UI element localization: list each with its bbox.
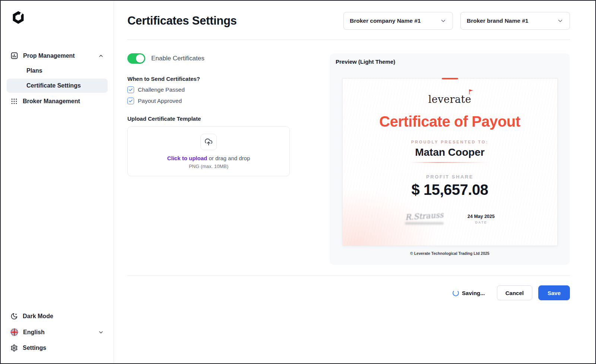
certificate-preview-panel: Preview (Light Theme) leverate Certifica… xyxy=(330,53,570,265)
certificate-date: 24 May 2025 xyxy=(467,212,495,219)
page-title: Certificates Settings xyxy=(127,14,237,28)
certificate-brand-logo: leverate xyxy=(428,94,472,105)
date-label: DATE xyxy=(467,221,495,224)
certificate-copyright: © Leverate Technological Trading Ltd 202… xyxy=(336,251,564,256)
recipient-name: Matan Cooper xyxy=(343,146,557,158)
checkbox-icon xyxy=(127,98,134,104)
signature-subtext xyxy=(405,222,444,225)
page: Prop Management Plans Certificate Settin… xyxy=(0,0,596,364)
sidebar-item-plans[interactable]: Plans xyxy=(7,64,108,78)
logo-icon xyxy=(11,10,25,25)
uk-flag-icon xyxy=(10,328,18,336)
saving-text: Saving... xyxy=(462,290,485,296)
sidebar-item-prop-management[interactable]: Prop Management xyxy=(7,48,108,63)
checkbox-label: Challenge Passed xyxy=(138,86,185,93)
brand-flag-icon xyxy=(469,89,473,95)
broker-company-select-value: Broker company Name #1 xyxy=(350,18,421,24)
certificate-preview-image: leverate Certificate of Payout PROUDLY P… xyxy=(342,78,558,246)
upload-template-label: Upload Certificate Template xyxy=(127,115,290,122)
upload-cloud-icon xyxy=(205,138,213,146)
sidebar-footer: Dark Mode English xyxy=(1,308,114,363)
app-logo[interactable] xyxy=(1,1,114,26)
settings-content: Enable Certificates When to Send Certifi… xyxy=(127,53,570,265)
broker-brand-select-value: Broker brand Name #1 xyxy=(467,18,528,24)
dark-mode-label: Dark Mode xyxy=(23,313,53,320)
moon-icon xyxy=(10,313,18,320)
broker-company-select[interactable]: Broker company Name #1 xyxy=(343,12,453,30)
grid-dots-icon xyxy=(10,98,18,105)
sidebar-nav: Prop Management Plans Certificate Settin… xyxy=(1,48,114,108)
enable-certificates-row: Enable Certificates xyxy=(127,53,290,64)
payout-amount: $ 15,657.08 xyxy=(343,181,557,198)
chevron-down-icon xyxy=(440,18,447,24)
language-selector[interactable]: English xyxy=(7,324,108,340)
upload-instructions: Click to upload or drag and drop xyxy=(167,155,250,161)
checkbox-challenge-passed[interactable]: Challenge Passed xyxy=(127,86,290,93)
upload-dropzone[interactable]: Click to upload or drag and drop PNG (ma… xyxy=(127,126,290,176)
upload-icon-box xyxy=(200,134,217,150)
signature-script: R.Strauss xyxy=(405,210,444,222)
profit-share-label: PROFIT SHARE xyxy=(343,174,557,180)
signature-block: R.Strauss xyxy=(405,212,444,225)
upload-hint: PNG (max. 10MB) xyxy=(189,164,228,169)
footer-actions: Saving... Cancel Save xyxy=(127,276,570,310)
save-button[interactable]: Save xyxy=(538,285,570,300)
drag-drop-text: or drag and drop xyxy=(207,155,250,161)
cancel-button[interactable]: Cancel xyxy=(497,285,532,300)
brand-wordmark: leverate xyxy=(428,94,472,105)
checkbox-label: Payout Approved xyxy=(138,98,182,104)
broker-selects: Broker company Name #1 Broker brand Name… xyxy=(343,12,570,30)
enable-certificates-toggle[interactable] xyxy=(127,53,145,64)
sidebar-item-label: Broker Management xyxy=(23,98,80,105)
name-divider xyxy=(411,162,489,163)
sidebar-item-settings[interactable]: Settings xyxy=(7,340,108,356)
language-label: English xyxy=(23,329,45,336)
when-to-send-label: When to Send Certificates? xyxy=(127,76,290,82)
chevron-up-icon xyxy=(98,53,104,59)
chevron-down-icon xyxy=(557,18,564,24)
click-to-upload-link[interactable]: Click to upload xyxy=(167,155,207,161)
certificate-footer-row: R.Strauss 24 May 2025 DATE xyxy=(343,212,557,225)
broker-brand-select[interactable]: Broker brand Name #1 xyxy=(460,12,570,30)
certificate-form: Enable Certificates When to Send Certifi… xyxy=(127,53,290,265)
preview-title: Preview (Light Theme) xyxy=(336,58,564,65)
checkbox-payout-approved[interactable]: Payout Approved xyxy=(127,98,290,104)
chevron-down-icon xyxy=(98,329,104,335)
sidebar-item-certificate-settings[interactable]: Certificate Settings xyxy=(7,79,108,93)
bar-chart-icon xyxy=(10,52,18,60)
checkbox-icon xyxy=(127,86,134,93)
certificate-accent-bar xyxy=(442,78,458,79)
certificate-title: Certificate of Payout xyxy=(343,113,557,130)
sidebar-item-broker-management[interactable]: Broker Management xyxy=(7,94,108,108)
date-block: 24 May 2025 DATE xyxy=(467,212,495,224)
topbar: Certificates Settings Broker company Nam… xyxy=(127,12,570,30)
presented-to-label: PROUDLY PRESENTED TO: xyxy=(343,140,557,144)
enable-certificates-label: Enable Certificates xyxy=(151,55,205,62)
settings-label: Settings xyxy=(23,345,46,351)
saving-status: Saving... xyxy=(453,290,485,296)
saving-spinner-icon xyxy=(453,290,459,296)
dark-mode-toggle[interactable]: Dark Mode xyxy=(7,308,108,324)
sidebar-item-label: Prop Management xyxy=(23,53,75,59)
gear-icon xyxy=(10,344,18,352)
header-divider xyxy=(127,39,570,40)
sidebar: Prop Management Plans Certificate Settin… xyxy=(1,1,114,363)
main-content: Certificates Settings Broker company Nam… xyxy=(114,1,595,363)
